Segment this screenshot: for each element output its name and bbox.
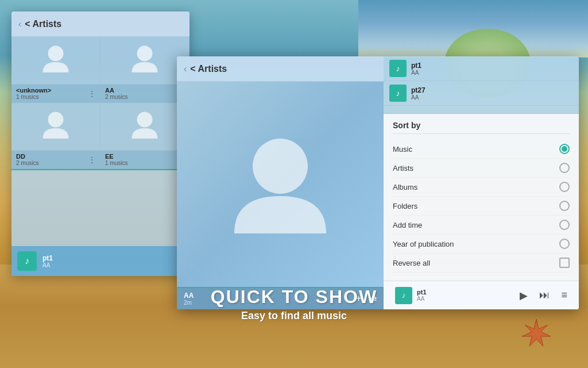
sort-label-artists: Artists (393, 164, 413, 172)
sort-label-albums: Albums (393, 183, 417, 191)
now-playing-thumb-back: ♪ (17, 251, 37, 271)
playing-artist-name-back: AA (42, 262, 53, 269)
sort-panel-title: Sort by (393, 121, 570, 134)
avatar-ee (127, 108, 162, 142)
bottom-text-area: QUICK TO SHOW Easy to find all music (0, 286, 588, 322)
sort-label-year: Year of publication (393, 240, 454, 248)
radio-year[interactable] (559, 239, 570, 249)
svg-point-2 (48, 112, 64, 128)
artist-count-unknown: 1 musics (16, 94, 51, 100)
checkbox-reverse[interactable] (559, 258, 570, 268)
artist-name-row-dd: DD 2 musics ⋮ (11, 151, 100, 169)
right-section: ♪ pt1 AA ♪ pt27 AA Sort by (384, 56, 579, 309)
artist-cell-ee[interactable]: EE 1 musics ⋮ (100, 103, 189, 169)
main-title: QUICK TO SHOW (0, 286, 588, 308)
sort-option-folders[interactable]: Folders (393, 197, 570, 216)
now-playing-back[interactable]: ♪ pt1 AA (11, 246, 189, 276)
avatar-unknown (38, 41, 73, 76)
radio-inner-music (562, 146, 567, 152)
track-thumb-pt27: ♪ (389, 85, 407, 102)
sort-label-reverse: Reverse all (393, 259, 430, 267)
radio-addtime[interactable] (559, 220, 570, 230)
svg-point-3 (137, 112, 153, 128)
front-window: ‹ < Artists AA 2m + ⇄ ♪ (177, 56, 579, 309)
radio-albums[interactable] (559, 182, 570, 192)
back-window-header: ‹ < Artists (11, 12, 189, 37)
sort-option-addtime[interactable]: Add time (393, 216, 570, 235)
sort-label-music: Music (393, 145, 412, 154)
track-artist-pt27: AA (411, 94, 425, 101)
track-artist-pt1: AA (411, 70, 421, 76)
artist-cell-dd[interactable]: DD 2 musics ⋮ (11, 103, 100, 169)
artist-name-dd: DD (16, 153, 38, 160)
artist-name-unknown: <unknown> (16, 87, 51, 94)
sort-label-addtime: Add time (393, 221, 422, 229)
track-item-pt1[interactable]: ♪ pt1 AA (384, 56, 579, 81)
artist-name-aa: AA (105, 87, 127, 94)
sort-option-year[interactable]: Year of publication (393, 235, 570, 254)
back-arrow-icon[interactable]: ‹ (18, 19, 21, 29)
artist-avatar-cell-ee (100, 103, 189, 151)
artist-name-ee: EE (105, 153, 127, 160)
detail-back-arrow[interactable]: ‹ (184, 64, 187, 74)
now-playing-info-back: pt1 AA (42, 254, 53, 269)
artist-count-dd: 2 musics (16, 160, 38, 166)
artist-avatar-cell-unknown (11, 37, 100, 85)
svg-point-4 (253, 139, 308, 194)
sort-option-music[interactable]: Music (393, 140, 570, 159)
track-name-pt27: pt27 (411, 86, 425, 94)
detail-panel: ‹ < Artists AA 2m + ⇄ (177, 56, 384, 309)
sort-option-albums[interactable]: Albums (393, 178, 570, 197)
detail-header: ‹ < Artists (177, 56, 384, 82)
artist-name-row-aa: AA 2 musics (100, 85, 189, 103)
track-name-pt1: pt1 (411, 62, 421, 70)
sort-option-reverse[interactable]: Reverse all (393, 254, 570, 273)
main-subtitle: Easy to find all music (0, 310, 588, 322)
track-item-pt27[interactable]: ♪ pt27 AA (384, 81, 579, 106)
avatar-aa (127, 41, 162, 76)
radio-artists[interactable] (559, 163, 570, 173)
dots-menu-unknown[interactable]: ⋮ (88, 89, 96, 98)
back-window-title: < Artists (25, 19, 61, 29)
artist-cell-unknown[interactable]: <unknown> 1 musics ⋮ (11, 37, 100, 103)
sort-label-folders: Folders (393, 202, 417, 210)
avatar-dd (38, 108, 73, 142)
svg-point-0 (48, 46, 64, 62)
music-note-pt27: ♪ (396, 89, 400, 98)
detail-title: < Artists (190, 64, 227, 74)
playing-track-name-back: pt1 (42, 254, 53, 262)
artist-name-row-unknown: <unknown> 1 musics ⋮ (11, 85, 100, 103)
sort-panel: Sort by Music Artists Albums Folders (384, 114, 579, 309)
svg-point-1 (137, 46, 153, 62)
artist-count-aa: 2 musics (105, 94, 127, 100)
artist-cell-aa[interactable]: AA 2 musics (100, 37, 189, 103)
dots-menu-dd[interactable]: ⋮ (88, 155, 96, 164)
artist-name-row-ee: EE 1 musics ⋮ (100, 151, 189, 169)
artists-grid: <unknown> 1 musics ⋮ AA 2 musics (11, 37, 189, 169)
track-info-pt27: pt27 AA (411, 86, 425, 101)
music-note-pt1: ♪ (396, 64, 400, 73)
music-note-icon-back: ♪ (25, 256, 29, 266)
artist-count-ee: 1 musics (105, 160, 127, 166)
radio-folders[interactable] (559, 201, 570, 211)
progress-bar-back (11, 169, 189, 170)
track-info-pt1: pt1 AA (411, 62, 421, 76)
track-thumb-pt1: ♪ (389, 60, 407, 77)
track-list-panel: ♪ pt1 AA ♪ pt27 AA (384, 56, 579, 114)
sort-option-artists[interactable]: Artists (393, 159, 570, 178)
back-window: ‹ < Artists <unknown> 1 musics ⋮ (11, 12, 189, 276)
artist-avatar-cell-aa (100, 37, 189, 85)
big-avatar-area (177, 82, 384, 287)
artist-avatar-cell-dd (11, 103, 100, 151)
radio-music[interactable] (559, 144, 570, 154)
